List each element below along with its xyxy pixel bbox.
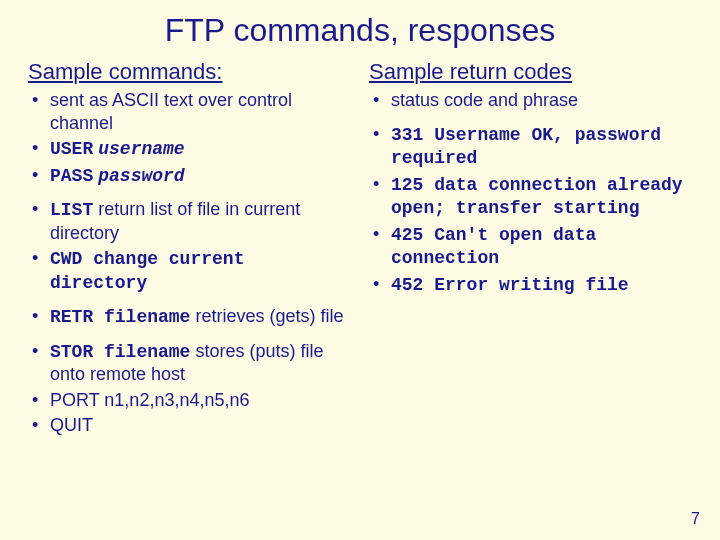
right-bullet-3: 425 Can't open data connection	[369, 223, 692, 270]
right-bullet-1: 331 Username OK, password required	[369, 123, 692, 170]
left-bullet-6: STOR filename stores (puts) file onto re…	[28, 340, 351, 386]
slide-title: FTP commands, responses	[28, 12, 692, 49]
left-bullet-4: CWD change current directory	[28, 247, 351, 294]
left-bullets-3: RETR filename retrieves (gets) file	[28, 305, 351, 329]
left-bullets: sent as ASCII text over control channel …	[28, 89, 351, 187]
left-heading: Sample commands:	[28, 59, 351, 85]
cmd-user: USER	[50, 139, 93, 159]
right-bullet-0: status code and phrase	[369, 89, 692, 112]
page-number: 7	[691, 510, 700, 528]
cmd-list: LIST	[50, 200, 93, 220]
right-bullets-2: 331 Username OK, password required 125 d…	[369, 123, 692, 297]
code-125: 125 data connection already open; transf…	[391, 175, 683, 219]
cmd-pass: PASS	[50, 166, 93, 186]
left-bullet-0: sent as ASCII text over control channel	[28, 89, 351, 134]
cmd-retr: RETR filename	[50, 307, 190, 327]
arg-username: username	[98, 139, 184, 159]
arg-password: password	[98, 166, 184, 186]
left-bullets-2: LIST return list of file in current dire…	[28, 198, 351, 294]
left-bullet-8: QUIT	[28, 414, 351, 437]
left-bullets-4: STOR filename stores (puts) file onto re…	[28, 340, 351, 437]
right-bullet-2: 125 data connection already open; transf…	[369, 173, 692, 220]
left-bullet-5: RETR filename retrieves (gets) file	[28, 305, 351, 329]
right-heading: Sample return codes	[369, 59, 692, 85]
left-bullet-1: USER username	[28, 137, 351, 161]
left-bullet-7: PORT n1,n2,n3,n4,n5,n6	[28, 389, 351, 412]
left-bullet-2: PASS password	[28, 164, 351, 188]
code-452: 452 Error writing file	[391, 275, 629, 295]
right-bullets: status code and phrase	[369, 89, 692, 112]
code-331: 331 Username OK, password required	[391, 125, 661, 169]
code-425: 425 Can't open data connection	[391, 225, 596, 269]
cmd-stor: STOR filename	[50, 342, 190, 362]
cmd-cwd: CWD	[50, 249, 82, 269]
left-bullet-3: LIST return list of file in current dire…	[28, 198, 351, 244]
right-bullet-4: 452 Error writing file	[369, 273, 692, 297]
content-columns: Sample commands: sent as ASCII text over…	[28, 59, 692, 440]
text-retr-rest: retrieves (gets) file	[190, 306, 343, 326]
right-column: Sample return codes status code and phra…	[369, 59, 692, 440]
left-column: Sample commands: sent as ASCII text over…	[28, 59, 351, 440]
